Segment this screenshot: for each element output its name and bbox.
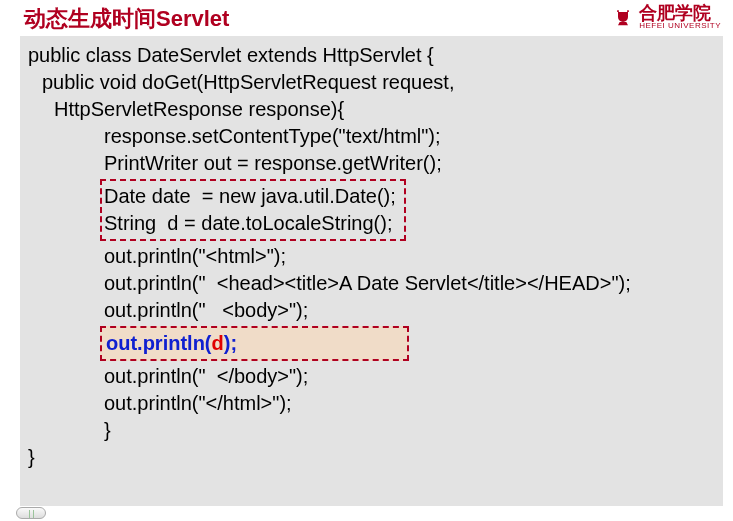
slide-header: 动态生成时间Servlet 合肥学院 HEFEI UNIVERSITY — [0, 0, 733, 36]
code-line: response.setContentType("text/html"); — [28, 123, 715, 150]
slide: 动态生成时间Servlet 合肥学院 HEFEI UNIVERSITY publ… — [0, 0, 733, 521]
code-line: public void doGet(HttpServletRequest req… — [28, 69, 715, 96]
code-line: String d = date.toLocaleString(); — [104, 210, 396, 237]
slide-title: 动态生成时间Servlet — [24, 4, 229, 34]
tripod-icon — [613, 7, 633, 27]
scrollbar-thumb[interactable] — [16, 507, 46, 519]
highlight-box-date: Date date = new java.util.Date(); String… — [100, 179, 406, 241]
university-logo: 合肥学院 HEFEI UNIVERSITY — [613, 4, 721, 30]
code-line: out.println("</html>"); — [28, 390, 715, 417]
logo-text: 合肥学院 — [639, 4, 721, 22]
code-line: } — [28, 444, 715, 471]
code-line: Date date = new java.util.Date(); — [104, 183, 396, 210]
code-token-red: d — [212, 332, 224, 354]
code-block: public class DateServlet extends HttpSer… — [20, 36, 723, 506]
code-line: } — [28, 417, 715, 444]
code-line: out.println(" <body>"); — [28, 297, 715, 324]
code-line: out.println(" </body>"); — [28, 363, 715, 390]
code-token-blue: out.println( — [106, 332, 212, 354]
logo-text-block: 合肥学院 HEFEI UNIVERSITY — [639, 4, 721, 30]
code-token-blue: ); — [224, 332, 237, 354]
highlight-box-output: out.println(d); — [100, 326, 409, 361]
code-line: out.println(" <head><title>A Date Servle… — [28, 270, 715, 297]
code-line: out.println("<html>"); — [28, 243, 715, 270]
code-line: HttpServletResponse response){ — [28, 96, 715, 123]
logo-subtext: HEFEI UNIVERSITY — [639, 22, 721, 30]
code-line: PrintWriter out = response.getWriter(); — [28, 150, 715, 177]
code-line: public class DateServlet extends HttpSer… — [28, 42, 715, 69]
